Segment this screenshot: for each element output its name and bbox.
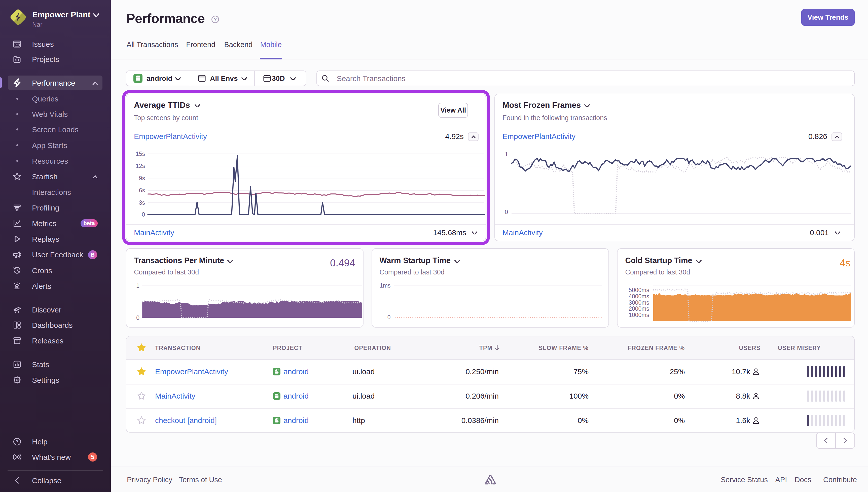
svg-text:?: ? xyxy=(16,439,19,444)
